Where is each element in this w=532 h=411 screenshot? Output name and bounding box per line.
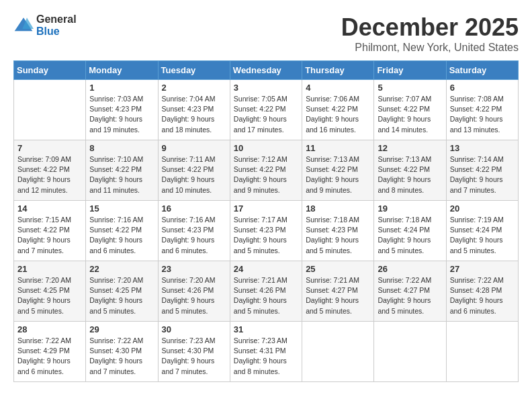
header-sunday: Sunday (14, 61, 86, 80)
calendar-cell-w3-d5: 26Sunrise: 7:22 AMSunset: 4:27 PMDayligh… (374, 261, 446, 322)
calendar-cell-w3-d1: 22Sunrise: 7:20 AMSunset: 4:25 PMDayligh… (86, 261, 158, 322)
day-info: Sunrise: 7:14 AMSunset: 4:22 PMDaylight:… (450, 154, 515, 195)
day-info: Sunrise: 7:04 AMSunset: 4:23 PMDaylight:… (162, 94, 226, 135)
calendar-cell-w2-d0: 14Sunrise: 7:15 AMSunset: 4:22 PMDayligh… (14, 201, 86, 261)
main-title: December 2025 (341, 13, 519, 42)
calendar-cell-w0-d3: 3Sunrise: 7:05 AMSunset: 4:22 PMDaylight… (230, 80, 302, 140)
week-row-2: 14Sunrise: 7:15 AMSunset: 4:22 PMDayligh… (14, 201, 519, 261)
day-number: 18 (306, 203, 370, 214)
day-info: Sunrise: 7:05 AMSunset: 4:22 PMDaylight:… (234, 94, 298, 135)
calendar-cell-w2-d3: 17Sunrise: 7:17 AMSunset: 4:23 PMDayligh… (230, 201, 302, 261)
day-number: 9 (162, 143, 226, 153)
logo-blue-text: Blue (36, 26, 77, 38)
day-number: 26 (378, 264, 442, 274)
day-number: 7 (17, 143, 82, 153)
calendar-cell-w1-d4: 11Sunrise: 7:13 AMSunset: 4:22 PMDayligh… (302, 140, 374, 201)
day-number: 16 (162, 203, 226, 214)
day-number: 12 (378, 143, 442, 153)
day-info: Sunrise: 7:17 AMSunset: 4:23 PMDaylight:… (234, 215, 298, 256)
day-number: 2 (162, 83, 226, 93)
day-info: Sunrise: 7:07 AMSunset: 4:22 PMDaylight:… (378, 94, 442, 135)
day-info: Sunrise: 7:13 AMSunset: 4:22 PMDaylight:… (378, 154, 442, 195)
day-number: 28 (17, 324, 82, 334)
calendar-cell-w1-d3: 10Sunrise: 7:12 AMSunset: 4:22 PMDayligh… (230, 140, 302, 201)
calendar-cell-w3-d4: 25Sunrise: 7:21 AMSunset: 4:27 PMDayligh… (302, 261, 374, 322)
day-number: 6 (450, 83, 515, 93)
day-number: 21 (17, 264, 82, 274)
header-saturday: Saturday (446, 61, 518, 80)
day-number: 20 (450, 203, 515, 214)
day-info: Sunrise: 7:10 AMSunset: 4:22 PMDaylight:… (89, 154, 154, 195)
day-info: Sunrise: 7:20 AMSunset: 4:25 PMDaylight:… (89, 275, 154, 316)
day-info: Sunrise: 7:03 AMSunset: 4:23 PMDaylight:… (89, 94, 154, 135)
logo-general-text: General (36, 13, 77, 26)
day-info: Sunrise: 7:22 AMSunset: 4:28 PMDaylight:… (450, 275, 515, 316)
day-info: Sunrise: 7:15 AMSunset: 4:22 PMDaylight:… (17, 215, 82, 256)
day-info: Sunrise: 7:21 AMSunset: 4:26 PMDaylight:… (234, 275, 298, 316)
logo-icon (13, 15, 34, 36)
day-info: Sunrise: 7:20 AMSunset: 4:25 PMDaylight:… (17, 275, 82, 316)
calendar-cell-w3-d2: 23Sunrise: 7:20 AMSunset: 4:26 PMDayligh… (158, 261, 230, 322)
day-number: 4 (306, 83, 370, 93)
day-info: Sunrise: 7:23 AMSunset: 4:31 PMDaylight:… (234, 336, 298, 377)
calendar-cell-w4-d0: 28Sunrise: 7:22 AMSunset: 4:29 PMDayligh… (14, 322, 86, 382)
calendar-cell-w4-d1: 29Sunrise: 7:22 AMSunset: 4:30 PMDayligh… (86, 322, 158, 382)
week-row-1: 7Sunrise: 7:09 AMSunset: 4:22 PMDaylight… (14, 140, 519, 201)
calendar-cell-w2-d4: 18Sunrise: 7:18 AMSunset: 4:23 PMDayligh… (302, 201, 374, 261)
calendar-cell-w0-d6: 6Sunrise: 7:08 AMSunset: 4:22 PMDaylight… (446, 80, 518, 140)
day-number: 17 (234, 203, 298, 214)
day-info: Sunrise: 7:09 AMSunset: 4:22 PMDaylight:… (17, 154, 82, 195)
header-monday: Monday (86, 61, 158, 80)
header-tuesday: Tuesday (158, 61, 230, 80)
day-number: 25 (306, 264, 370, 274)
calendar-cell-w0-d4: 4Sunrise: 7:06 AMSunset: 4:22 PMDaylight… (302, 80, 374, 140)
day-number: 19 (378, 203, 442, 214)
header: General Blue December 2025 Philmont, New… (13, 13, 519, 54)
day-number: 10 (234, 143, 298, 153)
week-row-0: 1Sunrise: 7:03 AMSunset: 4:23 PMDaylight… (14, 80, 519, 140)
day-number: 11 (306, 143, 370, 153)
subtitle: Philmont, New York, United States (341, 42, 519, 54)
day-number: 15 (89, 203, 154, 214)
day-number: 29 (89, 324, 154, 334)
day-number: 1 (89, 83, 154, 93)
day-number: 3 (234, 83, 298, 93)
header-friday: Friday (374, 61, 446, 80)
day-number: 22 (89, 264, 154, 274)
calendar-header-row: Sunday Monday Tuesday Wednesday Thursday… (14, 61, 519, 80)
day-number: 8 (89, 143, 154, 153)
day-info: Sunrise: 7:16 AMSunset: 4:23 PMDaylight:… (162, 215, 226, 256)
calendar-cell-w3-d3: 24Sunrise: 7:21 AMSunset: 4:26 PMDayligh… (230, 261, 302, 322)
calendar-cell-w4-d3: 31Sunrise: 7:23 AMSunset: 4:31 PMDayligh… (230, 322, 302, 382)
calendar: Sunday Monday Tuesday Wednesday Thursday… (13, 60, 519, 382)
day-number: 13 (450, 143, 515, 153)
calendar-cell-w2-d5: 19Sunrise: 7:18 AMSunset: 4:24 PMDayligh… (374, 201, 446, 261)
calendar-cell-w0-d1: 1Sunrise: 7:03 AMSunset: 4:23 PMDaylight… (86, 80, 158, 140)
day-number: 27 (450, 264, 515, 274)
calendar-cell-w2-d2: 16Sunrise: 7:16 AMSunset: 4:23 PMDayligh… (158, 201, 230, 261)
day-info: Sunrise: 7:18 AMSunset: 4:23 PMDaylight:… (306, 215, 370, 256)
day-info: Sunrise: 7:18 AMSunset: 4:24 PMDaylight:… (378, 215, 442, 256)
day-info: Sunrise: 7:12 AMSunset: 4:22 PMDaylight:… (234, 154, 298, 195)
day-number: 31 (234, 324, 298, 334)
day-info: Sunrise: 7:22 AMSunset: 4:29 PMDaylight:… (17, 336, 82, 377)
header-wednesday: Wednesday (230, 61, 302, 80)
calendar-cell-w2-d1: 15Sunrise: 7:16 AMSunset: 4:22 PMDayligh… (86, 201, 158, 261)
calendar-cell-w1-d1: 8Sunrise: 7:10 AMSunset: 4:22 PMDaylight… (86, 140, 158, 201)
header-thursday: Thursday (302, 61, 374, 80)
week-row-3: 21Sunrise: 7:20 AMSunset: 4:25 PMDayligh… (14, 261, 519, 322)
logo: General Blue (13, 13, 77, 37)
day-number: 5 (378, 83, 442, 93)
calendar-cell-w1-d2: 9Sunrise: 7:11 AMSunset: 4:22 PMDaylight… (158, 140, 230, 201)
calendar-cell-w1-d6: 13Sunrise: 7:14 AMSunset: 4:22 PMDayligh… (446, 140, 518, 201)
day-info: Sunrise: 7:13 AMSunset: 4:22 PMDaylight:… (306, 154, 370, 195)
day-number: 14 (17, 203, 82, 214)
day-info: Sunrise: 7:08 AMSunset: 4:22 PMDaylight:… (450, 94, 515, 135)
day-info: Sunrise: 7:06 AMSunset: 4:22 PMDaylight:… (306, 94, 370, 135)
calendar-cell-w0-d5: 5Sunrise: 7:07 AMSunset: 4:22 PMDaylight… (374, 80, 446, 140)
day-info: Sunrise: 7:16 AMSunset: 4:22 PMDaylight:… (89, 215, 154, 256)
calendar-cell-w0-d0 (14, 80, 86, 140)
day-number: 24 (234, 264, 298, 274)
calendar-cell-w4-d5 (374, 322, 446, 382)
calendar-cell-w3-d0: 21Sunrise: 7:20 AMSunset: 4:25 PMDayligh… (14, 261, 86, 322)
